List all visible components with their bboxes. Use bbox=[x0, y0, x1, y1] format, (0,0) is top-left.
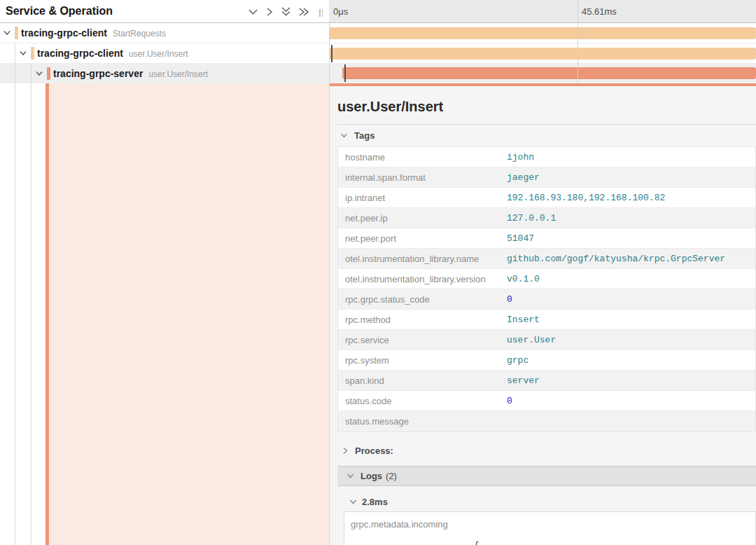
tag-value: ijohn bbox=[507, 152, 534, 163]
tag-row: rpc.system grpc bbox=[338, 350, 755, 371]
collapse-one-icon[interactable] bbox=[248, 8, 258, 16]
jaeger-trace-view: Service & Operation 0μs 45.61ms tracing-… bbox=[0, 0, 756, 545]
timeline-bars bbox=[329, 23, 756, 83]
span-operation-name: StartRequests bbox=[113, 29, 166, 39]
logs-accordion-header[interactable]: Logs (2) bbox=[337, 466, 756, 486]
tag-key: status.message bbox=[338, 416, 507, 427]
chevron-down-icon[interactable] bbox=[35, 70, 43, 77]
span-detail-title: user.User/Insert bbox=[337, 86, 756, 125]
span-bar-startrequests[interactable] bbox=[329, 27, 756, 39]
collapse-all-icon[interactable] bbox=[281, 6, 291, 17]
logs-count: (2) bbox=[386, 471, 397, 481]
span-detail-left-gutter bbox=[0, 83, 329, 545]
span-start-marker bbox=[344, 64, 346, 82]
tag-value: 0 bbox=[507, 294, 512, 305]
tag-value: jaeger bbox=[507, 172, 540, 183]
process-label: Process: bbox=[355, 446, 393, 456]
tag-row: hostname ijohn bbox=[338, 147, 755, 167]
log-field-key: grpc.metadata.incoming bbox=[351, 518, 474, 545]
span-color-chip bbox=[47, 67, 50, 80]
span-service-name: tracing-grpc-clientuser.User/Insert bbox=[37, 48, 188, 59]
logs-label: Logs bbox=[360, 471, 382, 481]
tag-row: status.code 0 bbox=[338, 391, 755, 411]
span-color-chip bbox=[31, 47, 34, 60]
tag-key: ip.intranet bbox=[338, 193, 507, 203]
tag-row: net.peer.port 51047 bbox=[338, 228, 755, 249]
tag-key: rpc.service bbox=[338, 335, 507, 345]
tag-key: otel.instrumentation_library.version bbox=[338, 274, 507, 284]
tag-row: status.message bbox=[338, 411, 755, 432]
span-detail-backdrop bbox=[49, 83, 329, 545]
tag-key: hostname bbox=[338, 152, 507, 163]
tags-accordion-header[interactable]: Tags bbox=[337, 125, 756, 146]
log-field-row[interactable]: grpc.metadata.incoming { ":authority": "… bbox=[344, 511, 756, 545]
splitter-drag-handle-icon[interactable] bbox=[319, 9, 325, 17]
tag-row: rpc.grpc.status_code 0 bbox=[338, 289, 755, 310]
indent-guide bbox=[15, 43, 15, 545]
log-entry-time: 2.8ms bbox=[362, 497, 388, 507]
ruler-tick-mid: 45.61ms bbox=[582, 6, 617, 17]
span-row-tracing-grpc-client-insert[interactable]: tracing-grpc-clientuser.User/Insert bbox=[0, 43, 329, 64]
tag-value: Insert bbox=[507, 315, 540, 325]
tag-row: rpc.service user.User bbox=[338, 330, 755, 350]
tag-value: 0 bbox=[507, 396, 512, 406]
tags-label: Tags bbox=[354, 130, 374, 141]
process-accordion-header[interactable]: Process: bbox=[337, 441, 756, 460]
ruler-tick-start: 0μs bbox=[333, 6, 348, 17]
span-start-marker bbox=[331, 45, 332, 62]
tag-value: 51047 bbox=[507, 233, 534, 244]
span-bar-server-insert[interactable] bbox=[342, 67, 756, 79]
tag-key: rpc.system bbox=[338, 355, 507, 366]
tag-value: v0.1.0 bbox=[507, 274, 540, 284]
chevron-right-icon bbox=[342, 447, 349, 455]
chevron-down-icon bbox=[340, 132, 348, 139]
log-entry-header-2-8ms[interactable]: 2.8ms bbox=[337, 492, 756, 511]
tag-value: 192.168.93.180,192.168.100.82 bbox=[507, 193, 665, 203]
tag-row: otel.instrumentation_library.name github… bbox=[338, 249, 755, 269]
expand-all-icon[interactable] bbox=[298, 7, 309, 17]
tag-value: 127.0.0.1 bbox=[507, 213, 556, 223]
expand-one-icon[interactable] bbox=[265, 7, 274, 17]
tag-key: rpc.grpc.status_code bbox=[338, 294, 507, 305]
chevron-down-icon bbox=[346, 473, 354, 479]
chevron-down-icon[interactable] bbox=[3, 29, 11, 36]
span-bar-client-insert[interactable] bbox=[330, 48, 756, 60]
tag-key: span.kind bbox=[338, 375, 507, 386]
tag-row: span.kind server bbox=[338, 371, 755, 391]
indent-guide bbox=[31, 64, 31, 545]
tag-key: net.peer.port bbox=[338, 233, 507, 244]
tag-row: ip.intranet 192.168.93.180,192.168.100.8… bbox=[338, 188, 755, 208]
span-color-chip bbox=[15, 27, 18, 39]
tag-row: rpc.method Insert bbox=[338, 310, 755, 330]
span-detail-panel: user.User/Insert Tags hostname ijohn int… bbox=[329, 86, 756, 545]
span-operation-name: user.User/Insert bbox=[129, 49, 188, 59]
service-operation-title: Service & Operation bbox=[6, 5, 113, 18]
tag-value: github.com/gogf/katyusha/krpc.GrpcServer bbox=[507, 254, 725, 264]
span-row-tracing-grpc-server-insert[interactable]: tracing-grpc-serveruser.User/Insert bbox=[0, 64, 329, 83]
ruler-gridline bbox=[578, 0, 578, 83]
tag-value: server bbox=[507, 375, 540, 386]
chevron-down-icon bbox=[349, 499, 357, 505]
timeline-ruler[interactable]: 0μs 45.61ms bbox=[329, 0, 756, 23]
tag-row: net.peer.ip 127.0.0.1 bbox=[338, 208, 755, 228]
tag-key: net.peer.ip bbox=[338, 213, 507, 223]
tag-value: grpc bbox=[507, 355, 528, 366]
json-open-brace: { bbox=[474, 540, 622, 545]
span-operation-name: user.User/Insert bbox=[148, 69, 208, 79]
tag-value: user.User bbox=[507, 335, 556, 345]
log-field-json-value: { ":authority": ":8000", "baggage": "uid… bbox=[474, 518, 622, 545]
tag-key: rpc.method bbox=[338, 315, 507, 325]
chevron-down-icon[interactable] bbox=[19, 50, 27, 57]
tag-row: otel.instrumentation_library.version v0.… bbox=[338, 269, 755, 289]
tag-row: internal.span.format jaeger bbox=[338, 167, 755, 188]
span-service-name: tracing-grpc-serveruser.User/Insert bbox=[53, 68, 208, 79]
panel-splitter[interactable] bbox=[329, 0, 330, 545]
tag-key: status.code bbox=[338, 396, 507, 406]
span-service-name: tracing-grpc-clientStartRequests bbox=[21, 27, 166, 39]
tag-key: internal.span.format bbox=[338, 172, 507, 183]
service-operation-header: Service & Operation bbox=[0, 0, 329, 23]
tags-table: hostname ijohn internal.span.format jaeg… bbox=[337, 146, 756, 432]
tag-key: otel.instrumentation_library.name bbox=[338, 254, 507, 264]
span-row-tracing-grpc-client-startrequests[interactable]: tracing-grpc-clientStartRequests bbox=[0, 23, 329, 43]
